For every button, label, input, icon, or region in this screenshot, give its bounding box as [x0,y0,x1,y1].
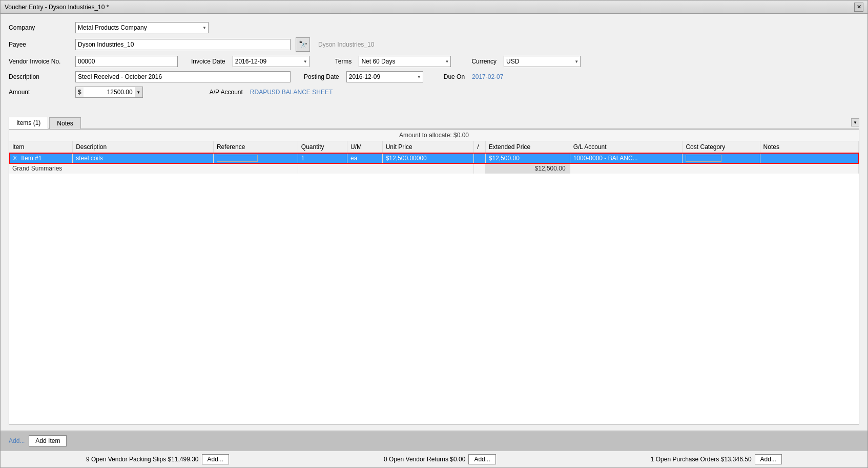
payee-display-name: Dyson Industries_10 [318,41,374,48]
form-area: Company Metal Products Company Payee 🔭 D… [9,20,859,108]
packing-slips-section: 9 Open Vendor Packing Slips $11,499.30 A… [86,454,229,464]
cell-quantity: 1 [298,153,347,164]
col-header-item: Item [9,141,73,153]
packing-slips-add-button[interactable]: Add... [202,454,229,464]
posting-date-wrapper: 2016-12-09 [346,71,423,82]
col-header-notes: Notes [760,141,858,153]
description-row: Description Posting Date 2016-12-09 Due … [9,71,859,82]
cell-um: ea [347,153,383,164]
bottom-bar: Add... Add Item [1,431,867,451]
cell-cost-category [683,153,760,164]
items-table: Item Description Reference Quantity U/M … [9,141,859,174]
spacer [9,108,859,116]
table-row[interactable]: ✳ Item #1 steel coils 1 ea $12,500.00000 [9,153,859,164]
col-header-reference: Reference [213,141,298,153]
currency-label: Currency [471,58,497,65]
due-on-value: 2017-02-07 [472,73,503,80]
vendor-returns-text: 0 Open Vendor Returns $0.00 [384,456,465,463]
amount-label: Amount [9,89,70,96]
tab-notes[interactable]: Notes [49,117,80,129]
company-row: Company Metal Products Company [9,22,859,33]
reference-input[interactable] [217,155,258,162]
col-header-unit-price: Unit Price [382,141,474,153]
invoice-date-label: Invoice Date [191,58,225,65]
title-bar: Voucher Entry - Dyson Industries_10 * ✕ [1,1,867,14]
ap-account-link[interactable]: RDAPUSD BALANCE SHEET [250,89,333,96]
cell-notes [760,153,858,164]
company-select[interactable]: Metal Products Company [75,22,209,33]
amount-row: Amount $ ▼ A/P Account RDAPUSD BALANCE S… [9,87,859,98]
grand-summaries-end [570,163,858,174]
payee-input[interactable] [75,39,291,50]
col-header-cost-category: Cost Category [683,141,760,153]
tab-items[interactable]: Items (1) [9,117,48,129]
col-header-sort: / [474,141,485,153]
grand-summaries-row: Grand Summaries $12,500.00 [9,163,859,174]
amount-allocate-text: Amount to allocate: $0.00 [9,130,859,141]
cell-extended-price: $12,500.00 [485,153,570,164]
main-window: Voucher Entry - Dyson Industries_10 * ✕ … [0,0,868,468]
payee-row: Payee 🔭 Dyson Industries_10 [9,37,859,52]
invoice-date-wrapper: 2016-12-09 [233,56,309,67]
add-link[interactable]: Add... [9,437,25,444]
col-header-um: U/M [347,141,383,153]
tab-items-label: Items (1) [16,119,40,126]
cell-unit-price: $12,500.00000 [382,153,474,164]
cell-sort [474,153,485,164]
vendor-returns-section: 0 Open Vendor Returns $0.00 Add... [384,454,496,464]
posting-date-label: Posting Date [304,73,339,80]
footer-bar: 9 Open Vendor Packing Slips $11,499.30 A… [1,451,867,467]
grand-summaries-label: Grand Summaries [9,163,298,174]
close-button[interactable]: ✕ [854,3,863,12]
terms-label: Terms [335,58,352,65]
grand-summaries-spacer [298,163,473,174]
tab-notes-label: Notes [57,120,73,127]
payee-search-button[interactable]: 🔭 [296,37,310,52]
amount-input[interactable] [84,87,135,98]
purchase-orders-section: 1 Open Purchase Orders $13,346.50 Add... [651,454,782,464]
table-header-row: Item Description Reference Quantity U/M … [9,141,859,153]
add-item-button[interactable]: Add Item [29,435,67,446]
terms-select[interactable]: Net 60 Days [359,56,451,67]
window-title: Voucher Entry - Dyson Industries_10 * [5,4,109,11]
purchase-orders-text: 1 Open Purchase Orders $13,346.50 [651,456,752,463]
col-header-extended-price: Extended Price [485,141,570,153]
cost-category-input[interactable] [686,155,721,162]
col-header-description: Description [73,141,214,153]
company-label: Company [9,24,70,31]
tabs-section: Items (1) Notes ▼ Amount to allocate: $0… [9,116,859,424]
vendor-returns-add-button[interactable]: Add... [468,454,495,464]
packing-slips-text: 9 Open Vendor Packing Slips $11,499.30 [86,456,199,463]
amount-prefix: $ [75,87,84,98]
currency-select[interactable]: USD [504,56,581,67]
tab-bar: Items (1) Notes ▼ [9,116,859,129]
cell-reference [213,153,298,164]
due-on-label: Due On [444,73,465,80]
company-select-wrapper: Metal Products Company [75,22,209,33]
vendor-invoice-label: Vendor Invoice No. [9,58,70,65]
grand-summaries-spacer2 [474,163,485,174]
invoice-row: Vendor Invoice No. Invoice Date 2016-12-… [9,56,859,67]
content-area: Company Metal Products Company Payee 🔭 D… [1,14,867,431]
invoice-date-select[interactable]: 2016-12-09 [233,56,309,67]
vendor-invoice-input[interactable] [75,56,178,67]
payee-label: Payee [9,41,70,48]
currency-wrapper: USD [504,56,581,67]
cell-gl-account: 1000-0000 - BALANC... [570,153,683,164]
grand-total-value: $12,500.00 [485,163,570,174]
purchase-orders-add-button[interactable]: Add... [755,454,782,464]
item-label: Item #1 [21,155,42,162]
description-label: Description [9,73,70,80]
items-table-container: Amount to allocate: $0.00 Item Descripti… [9,129,859,424]
amount-wrapper: $ ▼ [75,87,143,98]
amount-dropdown-arrow[interactable]: ▼ [135,87,143,98]
ap-account-label: A/P Account [210,89,243,96]
cell-item: ✳ Item #1 [9,153,73,164]
item-icon: ✳ [12,155,17,162]
col-header-gl-account: G/L Account [570,141,683,153]
posting-date-select[interactable]: 2016-12-09 [346,71,423,82]
cell-description: steel coils [73,153,214,164]
description-input[interactable] [75,71,291,82]
tab-dropdown-arrow[interactable]: ▼ [851,118,859,126]
terms-wrapper: Net 60 Days [359,56,451,67]
